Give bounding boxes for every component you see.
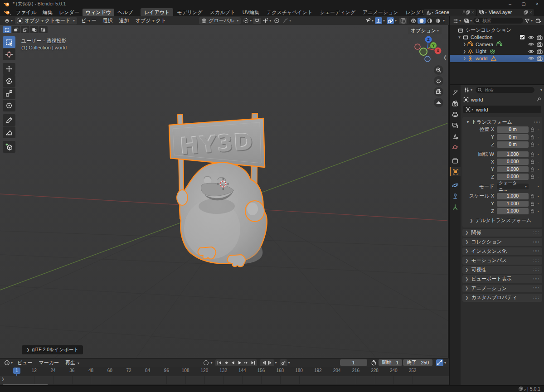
current-frame-marker[interactable]: 1 [13,368,20,374]
playback-next-keyframe[interactable] [243,360,250,366]
timeline-menu-2[interactable]: 再生 ▾ [62,359,83,366]
new-collection-button[interactable] [534,18,542,24]
navigation-gizmo[interactable]: Z Y X [412,34,444,66]
workspace-tab-1[interactable]: モデリング [173,8,206,16]
timeline-ruler[interactable]: 1224364860728496108120132144156168180192… [0,367,449,376]
select-mode-set[interactable] [3,26,11,33]
properties-tab-tool-icon[interactable] [450,88,461,97]
new-scene-icon[interactable] [466,10,470,15]
menu-1[interactable]: 編集 [39,9,56,16]
tool-select-box[interactable] [3,36,15,48]
object-name-field[interactable]: ▾ world [463,106,541,113]
close-button[interactable]: × [530,0,544,8]
tool-measure[interactable] [3,126,15,138]
outliner-display-mode-button[interactable]: ▾ [462,18,473,24]
select-mode-extend[interactable] [12,26,20,33]
object-name-value[interactable]: world [476,107,488,112]
outliner-item-name[interactable]: world [476,56,487,61]
drag-handle-icon[interactable]: ∷∷ [534,258,539,263]
panel-コレクション[interactable]: ❯コレクション∷∷ [462,238,542,246]
frame-end-field[interactable]: 終了 250 [403,359,432,366]
ortho-grid-icon[interactable] [434,98,443,107]
drag-handle-icon[interactable]: ∷∷ [534,277,539,281]
drag-handle-icon[interactable]: ∷∷ [534,249,539,253]
disable-render-icon[interactable] [537,55,543,61]
proportional-edit-button[interactable] [272,18,281,24]
minimize-button[interactable]: – [503,0,517,8]
outliner-row-Collection[interactable]: ▼Collection [450,34,544,41]
animate-dot[interactable]: · [536,127,540,132]
panel-カスタムプロパティ[interactable]: ❯カスタムプロパティ∷∷ [462,294,542,302]
mode-selector[interactable]: オブジェクトモード ▾ [15,17,77,24]
panel-インスタンス化[interactable]: ❯インスタンス化∷∷ [462,247,542,256]
properties-editor-type-button[interactable]: ▾ [462,87,474,93]
animate-dot[interactable]: · [536,201,540,206]
outliner-search-input[interactable] [481,18,520,24]
stopwatch-icon[interactable] [371,360,377,366]
tool-scale[interactable] [3,87,15,99]
tool-rotate[interactable] [3,75,15,87]
lock-icon[interactable] [529,152,536,157]
show-overlays-toggle[interactable] [387,17,394,24]
properties-tab-viewlayer-icon[interactable] [450,121,461,130]
blender-menu-icon[interactable] [4,10,11,15]
exclude-checkbox[interactable] [520,34,525,40]
outliner-filter-button[interactable]: ▾ [523,18,534,24]
shading-dropdown[interactable]: ▾ [443,19,445,23]
overlays-dropdown[interactable]: ▾ [395,19,397,23]
workspace-tab-6[interactable]: アニメーション [359,8,402,16]
transform-value-field[interactable]: 1.000 [497,193,529,199]
properties-tab-constraints-icon[interactable] [450,191,461,201]
keying-dropdown[interactable]: ▾ [288,361,290,365]
tool-cursor-3d[interactable] [3,48,15,60]
panel-関係[interactable]: ❯関係∷∷ [462,229,542,237]
shading-material-button[interactable] [426,18,434,24]
tool-annotate[interactable] [3,114,15,126]
outliner-row-シーンコレクション[interactable]: シーンコレクション [450,27,544,34]
animate-dot[interactable]: · [536,174,540,179]
current-frame-field[interactable]: 1 [340,359,367,366]
breadcrumb-object-name[interactable]: world [471,97,483,102]
viewport-menu-2[interactable]: 追加 [116,17,132,24]
playback-play[interactable] [236,360,243,366]
transform-value-field[interactable]: 1.000 [497,151,529,158]
orientation-selector[interactable]: グローバル ▾ [199,17,241,24]
properties-tab-world-icon[interactable] [450,142,461,152]
autokey-dropdown[interactable]: ▾ [211,361,213,365]
playback-jump-end[interactable] [250,360,257,366]
playback-play-reverse[interactable] [229,360,236,366]
workspace-tab-0[interactable]: レイアウト [141,8,173,16]
animate-dot[interactable]: · [536,208,540,214]
transform-mode-dropdown[interactable]: クォータニ...▾ [497,184,529,190]
show-object-types-button[interactable]: ▾ [364,18,375,24]
viewport-3d[interactable]: HY3D HY3D HY3D [0,25,448,358]
select-mode-subtract[interactable] [21,26,29,33]
pivot-point-button[interactable]: ▾ [242,18,253,24]
interpolation-dropdown[interactable]: ▾ [444,361,446,365]
animate-dot[interactable]: · [536,142,540,147]
zoom-icon[interactable] [434,65,443,75]
scene-selector[interactable]: ▾ Scene × [423,9,476,16]
camera-view-icon[interactable] [434,87,443,97]
remove-viewlayer-icon[interactable]: × [529,10,532,15]
snap-toggle-button[interactable] [253,18,261,24]
drag-handle-icon[interactable]: ∷∷ [534,267,539,272]
maximize-button[interactable]: ▢ [517,0,530,8]
expander-icon[interactable]: ▼ [457,35,462,39]
outliner-item-name[interactable]: Camera [476,42,493,47]
workspace-tab-2[interactable]: スカルプト [206,8,238,16]
disable-render-icon[interactable] [537,48,543,54]
drag-handle-icon[interactable]: ∷∷ [534,120,540,124]
lock-icon[interactable] [529,167,536,172]
timeline-editor-type-button[interactable]: ▾ [3,360,14,366]
viewlayer-selector[interactable]: ▾ ViewLayer × [477,9,534,16]
disable-render-icon[interactable] [537,34,543,40]
outliner-search[interactable] [473,18,523,24]
timeline-menu-1[interactable]: マーカー [36,359,63,366]
editor-type-button[interactable]: ▾ [3,18,14,24]
shading-rendered-button[interactable] [434,18,442,24]
properties-tab-object-icon[interactable] [450,167,461,176]
transform-panel-header[interactable]: ▼ トランスフォーム ∷∷ [464,118,540,126]
outliner-row-Camera[interactable]: ❯Camera [450,41,544,48]
outliner-row-world[interactable]: ❯world [450,55,544,62]
